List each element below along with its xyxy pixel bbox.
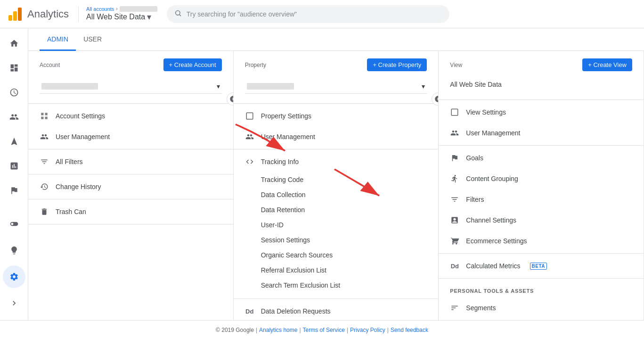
nav-goals[interactable]: Goals bbox=[439, 148, 644, 168]
footer-terms-of-service[interactable]: Terms of Service bbox=[303, 327, 345, 333]
divider bbox=[28, 199, 233, 199]
view-name: All Web Site Data bbox=[450, 79, 501, 90]
search-term-exclusion-list-link[interactable]: Search Term Exclusion List bbox=[261, 278, 427, 293]
divider bbox=[439, 145, 644, 146]
sidebar-item-behavior[interactable] bbox=[3, 155, 25, 177]
svg-rect-1 bbox=[13, 11, 17, 21]
nav-account-user-management[interactable]: User Management bbox=[28, 126, 233, 147]
view-label-header: View bbox=[450, 62, 462, 68]
nav-all-filters[interactable]: All Filters bbox=[28, 151, 233, 172]
property-dropdown-row: ▾ bbox=[234, 77, 439, 101]
nav-tracking-info[interactable]: Tracking Info bbox=[234, 151, 439, 172]
search-bar[interactable]: Try searching for "audience overview" bbox=[167, 5, 449, 23]
nav-account-settings[interactable]: Account Settings bbox=[28, 106, 233, 126]
nav-annotations[interactable]: Annotations bbox=[439, 318, 644, 320]
filter-icon bbox=[450, 195, 459, 204]
sidebar-item-dashboard[interactable] bbox=[3, 57, 25, 79]
dropdown-arrow-icon: ▾ bbox=[147, 12, 151, 22]
divider bbox=[234, 298, 439, 299]
tab-admin[interactable]: ADMIN bbox=[40, 28, 76, 51]
flag-icon bbox=[450, 153, 459, 163]
create-view-button[interactable]: + Create View bbox=[582, 58, 632, 71]
footer-sep: | bbox=[347, 327, 348, 333]
organic-search-sources-link[interactable]: Organic Search Sources bbox=[261, 248, 427, 263]
account-dropdown[interactable]: ▾ bbox=[40, 79, 222, 94]
dd-icon: Dd bbox=[245, 306, 254, 316]
nav-change-history[interactable]: Change History bbox=[28, 176, 233, 197]
code-icon bbox=[245, 157, 254, 166]
filter-icon bbox=[40, 157, 49, 166]
nav-property-user-management[interactable]: User Management bbox=[234, 126, 439, 147]
property-settings-label: Property Settings bbox=[261, 112, 311, 120]
referral-exclusion-list-link[interactable]: Referral Exclusion List bbox=[261, 263, 427, 278]
svg-rect-0 bbox=[8, 15, 12, 21]
trash-can-label: Trash Can bbox=[56, 208, 86, 215]
tab-user[interactable]: USER bbox=[76, 28, 109, 51]
property-label: Property bbox=[245, 62, 266, 68]
property-value-blurred bbox=[247, 83, 294, 90]
sidebar-item-connect[interactable] bbox=[3, 213, 25, 235]
account-column: Account + Create Account ▾ Account Setti… bbox=[28, 51, 234, 320]
nav-view-user-management[interactable]: User Management bbox=[439, 123, 644, 143]
nav-calculated-metrics[interactable]: Dd Calculated Metrics BETA bbox=[439, 256, 644, 276]
people-icon bbox=[40, 132, 49, 141]
nav-ecommerce-settings[interactable]: Ecommerce Settings bbox=[439, 231, 644, 251]
sidebar-item-insights[interactable] bbox=[3, 239, 25, 262]
beta-badge: BETA bbox=[530, 263, 547, 270]
footer-sep: | bbox=[256, 327, 257, 333]
account-settings-label: Account Settings bbox=[56, 112, 105, 120]
content-grouping-label: Content Grouping bbox=[466, 175, 518, 182]
logo-area: Analytics bbox=[8, 7, 69, 22]
nav-channel-settings[interactable]: Channel Settings bbox=[439, 210, 644, 231]
sidebar-item-admin[interactable] bbox=[3, 265, 25, 288]
footer: © 2019 Google | Analytics home | Terms o… bbox=[0, 320, 644, 339]
calculated-metrics-label: Calculated Metrics bbox=[466, 262, 520, 270]
data-collection-link[interactable]: Data Collection bbox=[261, 187, 427, 202]
account-dropdown-row: ▾ bbox=[28, 77, 233, 101]
footer-privacy-policy[interactable]: Privacy Policy bbox=[350, 327, 385, 333]
property-column-header: Property + Create Property bbox=[234, 51, 439, 77]
square-icon bbox=[245, 111, 254, 121]
nav-content-grouping[interactable]: Content Grouping bbox=[439, 168, 644, 189]
tabs-bar: ADMIN USER bbox=[28, 28, 644, 51]
nav-trash-can[interactable]: Trash Can bbox=[28, 201, 233, 222]
app-title: Analytics bbox=[27, 8, 69, 20]
divider bbox=[439, 99, 644, 100]
content-area: ADMIN USER Account + Create Account ▾ bbox=[28, 28, 644, 320]
nav-property-settings[interactable]: Property Settings bbox=[234, 106, 439, 126]
create-property-button[interactable]: + Create Property bbox=[367, 58, 427, 71]
divider bbox=[28, 174, 233, 174]
sidebar-item-acquisition[interactable] bbox=[3, 130, 25, 153]
data-retention-link[interactable]: Data Retention bbox=[261, 202, 427, 217]
account-user-management-label: User Management bbox=[56, 133, 110, 141]
footer-analytics-home[interactable]: Analytics home bbox=[259, 327, 297, 333]
nav-view-settings[interactable]: View Settings bbox=[439, 102, 644, 123]
footer-copyright: © 2019 Google bbox=[216, 327, 254, 333]
sidebar-item-expand[interactable] bbox=[3, 292, 25, 314]
property-dropdown[interactable]: ▾ bbox=[245, 79, 427, 94]
sidebar-item-conversions[interactable] bbox=[3, 179, 25, 202]
sidebar-item-realtime[interactable] bbox=[3, 81, 25, 104]
nav-data-deletion[interactable]: Dd Data Deletion Requests bbox=[234, 301, 439, 320]
footer-send-feedback[interactable]: Send feedback bbox=[391, 327, 428, 333]
view-dropdown-row: All Web Site Data bbox=[439, 77, 644, 98]
ecommerce-settings-label: Ecommerce Settings bbox=[466, 237, 527, 245]
tracking-code-link[interactable]: Tracking Code bbox=[261, 172, 427, 187]
account-name-blurred bbox=[120, 6, 157, 12]
account-selector[interactable]: All accounts › All Web Site Data ▾ bbox=[78, 6, 157, 22]
sidebar-bottom bbox=[3, 213, 25, 320]
create-account-button[interactable]: + Create Account bbox=[163, 58, 222, 71]
nav-filters[interactable]: Filters bbox=[439, 189, 644, 210]
user-id-link[interactable]: User-ID bbox=[261, 217, 427, 232]
svg-rect-6 bbox=[452, 109, 458, 116]
divider bbox=[234, 149, 439, 149]
left-sidebar bbox=[0, 28, 28, 320]
sidebar-item-audience[interactable] bbox=[3, 106, 25, 128]
people-icon bbox=[450, 128, 459, 138]
account-name-dropdown[interactable]: All Web Site Data ▾ bbox=[86, 12, 157, 22]
sidebar-item-home[interactable] bbox=[3, 32, 25, 55]
filters-label: Filters bbox=[466, 196, 484, 203]
nav-segments[interactable]: Segments bbox=[439, 298, 644, 318]
all-accounts-link[interactable]: All accounts › bbox=[86, 6, 157, 12]
session-settings-link[interactable]: Session Settings bbox=[261, 232, 427, 248]
